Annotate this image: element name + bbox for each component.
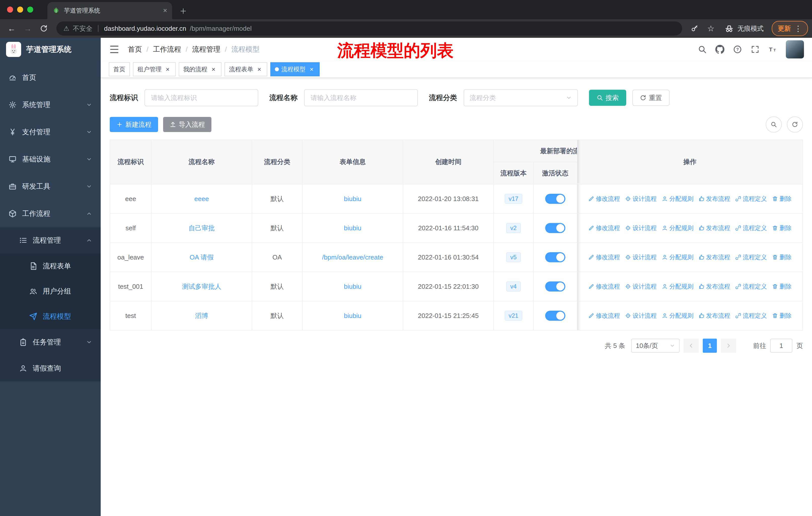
action-publish-link[interactable]: 发布流程 [698, 282, 730, 291]
refresh-table-button[interactable] [787, 116, 803, 133]
tag-my-process[interactable]: 我的流程 × [179, 62, 222, 76]
sidebar-item-infra[interactable]: 基础设施 [0, 146, 101, 173]
process-id-input[interactable] [144, 89, 258, 106]
sidebar-item-process-model[interactable]: 流程模型 [0, 304, 101, 329]
sidebar-item-workflow[interactable]: 工作流程 [0, 200, 101, 227]
password-key-icon[interactable] [687, 21, 702, 36]
reset-button[interactable]: 重置 [632, 90, 670, 106]
window-close-button[interactable] [7, 6, 13, 12]
process-name-link[interactable]: 滔博 [195, 311, 208, 320]
action-assign-link[interactable]: 分配规则 [662, 253, 693, 261]
tab-close-icon[interactable]: × [163, 6, 167, 15]
action-delete-link[interactable]: 删除 [772, 312, 792, 320]
process-name-link[interactable]: 自己审批 [188, 224, 215, 233]
action-design-link[interactable]: 设计流程 [625, 224, 657, 232]
sidebar-item-system[interactable]: 系统管理 [0, 91, 101, 118]
action-definition-link[interactable]: 流程定义 [735, 195, 767, 203]
sidebar-item-process-form[interactable]: 流程表单 [0, 253, 101, 279]
back-button[interactable]: ← [4, 21, 19, 36]
sidebar-collapse-icon[interactable] [109, 44, 120, 55]
action-publish-link[interactable]: 发布流程 [698, 312, 730, 320]
action-publish-link[interactable]: 发布流程 [698, 253, 730, 261]
action-publish-link[interactable]: 发布流程 [698, 224, 730, 232]
form-info-link[interactable]: biubiu [344, 224, 361, 232]
action-delete-link[interactable]: 删除 [772, 195, 792, 203]
action-edit-link[interactable]: 修改流程 [588, 282, 620, 291]
action-edit-link[interactable]: 修改流程 [588, 195, 620, 203]
tag-process-form[interactable]: 流程表单 × [225, 62, 267, 76]
action-assign-link[interactable]: 分配规则 [662, 224, 693, 232]
search-icon[interactable] [698, 45, 707, 54]
active-switch[interactable] [545, 281, 565, 292]
fullscreen-icon[interactable] [751, 45, 760, 54]
action-design-link[interactable]: 设计流程 [625, 253, 657, 261]
address-bar[interactable]: ⚠ 不安全 dashboard.yudao.iocoder.cn/bpm/man… [56, 21, 682, 35]
sidebar-item-payment[interactable]: 支付管理 [0, 118, 101, 146]
breadcrumb-workflow[interactable]: 工作流程 [153, 45, 181, 54]
action-edit-link[interactable]: 修改流程 [588, 224, 620, 232]
import-process-button[interactable]: 导入流程 [163, 117, 211, 132]
process-name-link[interactable]: 测试多审批人 [182, 282, 221, 291]
action-assign-link[interactable]: 分配规则 [662, 195, 693, 203]
tag-home[interactable]: 首页 [109, 62, 130, 76]
page-size-select[interactable]: 10条/页 [631, 338, 679, 353]
action-assign-link[interactable]: 分配规则 [662, 312, 693, 320]
toggle-search-button[interactable] [766, 116, 782, 133]
form-info-link[interactable]: biubiu [344, 195, 361, 203]
sidebar-item-user-group[interactable]: 用户分组 [0, 279, 101, 304]
active-switch[interactable] [545, 252, 565, 262]
prev-page-button[interactable] [684, 338, 699, 353]
process-category-select[interactable]: 流程分类 [464, 89, 578, 106]
tag-close-icon[interactable]: × [256, 66, 263, 73]
process-name-link[interactable]: OA 请假 [190, 253, 213, 262]
browser-menu-icon[interactable]: ⋮ [794, 24, 802, 33]
form-info-link[interactable]: biubiu [344, 312, 361, 320]
next-page-button[interactable] [721, 338, 736, 353]
action-delete-link[interactable]: 删除 [772, 282, 792, 291]
breadcrumb-process-mgmt[interactable]: 流程管理 [192, 45, 221, 54]
process-name-input[interactable] [304, 89, 418, 106]
tag-process-model[interactable]: 流程模型 × [270, 62, 320, 76]
action-publish-link[interactable]: 发布流程 [698, 195, 730, 203]
forward-button[interactable]: → [20, 21, 35, 36]
tag-close-icon[interactable]: × [308, 66, 315, 73]
help-icon[interactable] [733, 45, 742, 54]
form-info-link[interactable]: /bpm/oa/leave/create [322, 253, 383, 261]
tag-close-icon[interactable]: × [164, 66, 171, 73]
window-minimize-button[interactable] [17, 6, 23, 12]
github-icon[interactable] [715, 45, 724, 54]
action-definition-link[interactable]: 流程定义 [735, 253, 767, 261]
browser-tab[interactable]: 芋道管理系统 × [47, 2, 172, 19]
action-assign-link[interactable]: 分配规则 [662, 282, 693, 291]
app-logo[interactable]: 芋道管理系统 [0, 38, 101, 61]
sidebar-item-devtools[interactable]: 研发工具 [0, 173, 101, 200]
sidebar-item-leave-query[interactable]: 请假查询 [0, 355, 101, 381]
action-design-link[interactable]: 设计流程 [625, 282, 657, 291]
new-tab-button[interactable] [179, 7, 187, 15]
tag-close-icon[interactable]: × [210, 66, 217, 73]
sidebar-item-process-mgmt[interactable]: 流程管理 [0, 227, 101, 253]
active-switch[interactable] [545, 194, 565, 204]
page-number-button[interactable]: 1 [703, 338, 717, 353]
form-info-link[interactable]: biubiu [344, 283, 361, 291]
action-design-link[interactable]: 设计流程 [625, 195, 657, 203]
sidebar-item-task-mgmt[interactable]: 任务管理 [0, 329, 101, 355]
user-avatar[interactable] [786, 40, 804, 58]
update-chip[interactable]: 更新 ⋮ [772, 21, 808, 36]
breadcrumb-home[interactable]: 首页 [128, 45, 142, 54]
process-name-link[interactable]: eeee [194, 195, 209, 203]
action-edit-link[interactable]: 修改流程 [588, 253, 620, 261]
action-definition-link[interactable]: 流程定义 [735, 312, 767, 320]
search-button[interactable]: 搜索 [589, 90, 626, 106]
tag-tenant-mgmt[interactable]: 租户管理 × [133, 62, 176, 76]
action-delete-link[interactable]: 删除 [772, 224, 792, 232]
action-design-link[interactable]: 设计流程 [625, 312, 657, 320]
reload-button[interactable] [36, 21, 51, 36]
active-switch[interactable] [545, 311, 565, 321]
font-size-icon[interactable] [768, 45, 777, 54]
action-definition-link[interactable]: 流程定义 [735, 224, 767, 232]
action-definition-link[interactable]: 流程定义 [735, 282, 767, 291]
sidebar-item-home[interactable]: 首页 [0, 64, 101, 91]
action-edit-link[interactable]: 修改流程 [588, 312, 620, 320]
bookmark-star-icon[interactable]: ☆ [703, 21, 718, 36]
